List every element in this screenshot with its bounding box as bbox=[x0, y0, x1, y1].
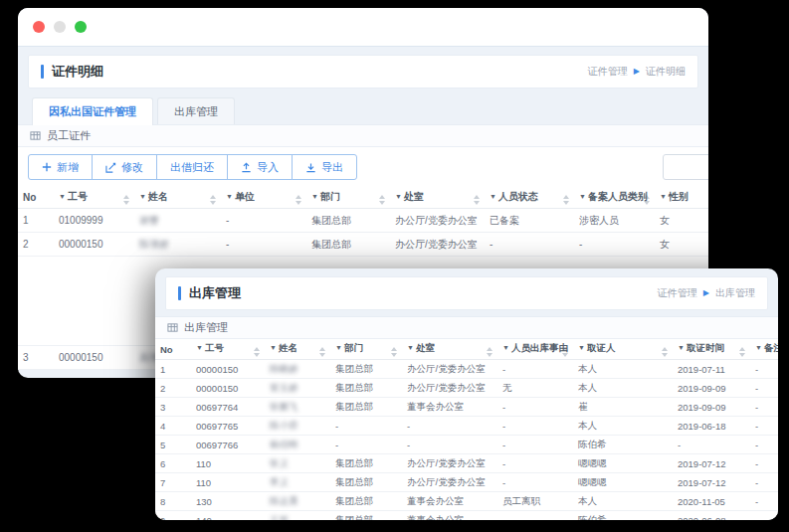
redacted-name: 陈小弈 bbox=[270, 420, 298, 431]
sort-icon[interactable] bbox=[474, 195, 480, 205]
filter-funnel-icon[interactable]: ▼ bbox=[490, 193, 496, 200]
filter-funnel-icon[interactable]: ▼ bbox=[311, 193, 318, 200]
column-header[interactable]: ▼单位 bbox=[221, 187, 306, 209]
column-header: No bbox=[155, 339, 191, 360]
filter-funnel-icon[interactable]: ▼ bbox=[578, 344, 585, 351]
column-header[interactable]: ▼性别 bbox=[655, 187, 708, 209]
filter-funnel-icon[interactable]: ▼ bbox=[502, 344, 509, 351]
table-cell: 110 bbox=[191, 454, 265, 473]
filter-select[interactable] bbox=[663, 154, 708, 180]
breadcrumb-parent[interactable]: 证件管理 bbox=[658, 286, 697, 300]
table-cell: 陈小弈 bbox=[265, 417, 330, 436]
table-row[interactable]: 100000150陈晓娇集团总部办公厅/党委办公室-本人2019-07-11-2… bbox=[155, 360, 778, 379]
section-title: 出库管理 bbox=[184, 320, 228, 335]
filter-funnel-icon[interactable]: ▼ bbox=[407, 344, 414, 351]
filter-funnel-icon[interactable]: ▼ bbox=[226, 193, 233, 200]
close-window-icon[interactable] bbox=[33, 21, 45, 33]
column-header[interactable]: ▼取证人 bbox=[573, 339, 673, 360]
table-cell: - bbox=[750, 398, 778, 417]
table-row[interactable]: 8130陈达晨集团总部董事会办公室员工离职本人2020-11-05-2020-1… bbox=[155, 492, 778, 511]
table-cell: 王琴 bbox=[265, 511, 330, 521]
table-cell: 陈伯希 bbox=[573, 436, 673, 454]
filter-funnel-icon[interactable]: ▼ bbox=[59, 193, 66, 200]
table-cell: 谢蕾 bbox=[134, 209, 221, 233]
column-header[interactable]: ▼部门 bbox=[306, 187, 390, 209]
table-cell: - bbox=[750, 473, 778, 492]
table-row[interactable]: 300697764张鹏飞集团总部董事会办公室-崔2019-09-09-2019-… bbox=[155, 398, 778, 417]
filter-funnel-icon[interactable]: ▼ bbox=[335, 344, 342, 351]
lend-return-button[interactable]: 出借归还 bbox=[156, 154, 228, 180]
column-header[interactable]: ▼部门 bbox=[330, 339, 402, 360]
table-row[interactable]: 6110张义集团总部办公厅/党委办公室-嗯嗯嗯2019-07-12-2019-0… bbox=[155, 454, 778, 473]
column-header[interactable]: ▼姓名 bbox=[265, 339, 330, 360]
table-cell: - bbox=[497, 360, 573, 379]
column-header[interactable]: ▼姓名 bbox=[134, 187, 221, 209]
filter-funnel-icon[interactable]: ▼ bbox=[755, 344, 762, 351]
edit-button[interactable]: 修改 bbox=[92, 154, 157, 180]
sort-icon[interactable] bbox=[254, 347, 260, 357]
table-cell: 3 bbox=[155, 398, 191, 417]
add-button[interactable]: 新增 bbox=[28, 154, 93, 180]
sort-icon[interactable] bbox=[662, 347, 668, 357]
sort-icon[interactable] bbox=[563, 195, 569, 205]
table-cell: - bbox=[485, 233, 574, 257]
table-cell: - bbox=[497, 417, 573, 436]
sort-icon[interactable] bbox=[739, 347, 745, 357]
filter-funnel-icon[interactable]: ▼ bbox=[579, 193, 586, 200]
table-cell: 本人 bbox=[573, 360, 673, 379]
filter-funnel-icon[interactable]: ▼ bbox=[270, 344, 277, 351]
zoom-window-icon[interactable] bbox=[75, 21, 87, 33]
breadcrumb-parent[interactable]: 证件管理 bbox=[588, 65, 628, 79]
section-header: 出库管理 bbox=[155, 317, 778, 339]
table-cell: 嗯嗯嗯 bbox=[573, 454, 673, 473]
column-header-label: 单位 bbox=[235, 191, 255, 202]
sort-icon[interactable] bbox=[210, 195, 216, 205]
table-cell: 张义 bbox=[265, 454, 330, 473]
tab-private-exit-certificates[interactable]: 因私出国证件管理 bbox=[32, 97, 153, 125]
sort-icon[interactable] bbox=[319, 347, 325, 357]
column-header[interactable]: ▼工号 bbox=[54, 187, 134, 209]
filter-funnel-icon[interactable]: ▼ bbox=[660, 193, 667, 200]
table-row[interactable]: 500697766杨伯明---陈伯希--2020-06-04 bbox=[155, 436, 778, 454]
column-header[interactable]: ▼处室 bbox=[402, 339, 497, 360]
table-row[interactable]: 7110李义集团总部办公厅/党委办公室-嗯嗯嗯2019-07-12-2019-0… bbox=[155, 473, 778, 492]
sort-icon[interactable] bbox=[391, 347, 397, 357]
redacted-name: 谢蕾 bbox=[139, 215, 159, 226]
column-header[interactable]: ▼备注 bbox=[750, 339, 778, 360]
sort-icon[interactable] bbox=[123, 195, 129, 205]
filter-funnel-icon[interactable]: ▼ bbox=[196, 344, 203, 351]
column-header[interactable]: ▼工号 bbox=[191, 339, 265, 360]
table-row[interactable]: 101009999谢蕾-集团总部办公厅/党委办公室已备案涉密人员女中共党员 bbox=[18, 209, 708, 233]
redacted-name: 张义 bbox=[270, 457, 289, 468]
breadcrumb: 证件管理 ▶ 出库管理 bbox=[658, 286, 755, 300]
column-header-label: 人员状态 bbox=[498, 191, 538, 202]
table-cell: 00697764 bbox=[191, 398, 265, 417]
table-cell: 陈伯希 bbox=[573, 511, 673, 521]
sort-icon[interactable] bbox=[296, 195, 301, 205]
column-header[interactable]: ▼人员出库事由 bbox=[497, 339, 573, 360]
table-cell: 集团总部 bbox=[330, 398, 402, 417]
column-header[interactable]: ▼人员状态 bbox=[485, 187, 574, 209]
table-header-row: No▼工号▼姓名▼单位▼部门▼处室▼人员状态▼备案人员类别▼性别▼政治面貌 bbox=[18, 187, 708, 209]
table-cell: 本人 bbox=[573, 492, 673, 511]
sort-icon[interactable] bbox=[379, 195, 385, 205]
table-row[interactable]: 400697765陈小弈---本人2019-06-18-2019-06-18 bbox=[155, 417, 778, 436]
minimize-window-icon[interactable] bbox=[54, 21, 66, 33]
table-row[interactable]: 9140王琴集团总部董事会办公室-陈伯希2020-06-08-2020-06-0… bbox=[155, 511, 778, 521]
tab-outbound-management[interactable]: 出库管理 bbox=[157, 97, 235, 124]
filter-funnel-icon[interactable]: ▼ bbox=[139, 193, 146, 200]
sort-icon[interactable] bbox=[487, 347, 493, 357]
table-cell: - bbox=[750, 379, 778, 398]
table-cell: 董事会办公室 bbox=[402, 398, 497, 417]
column-header[interactable]: ▼取证时间 bbox=[673, 339, 750, 360]
table-cell: 7 bbox=[155, 473, 191, 492]
export-button[interactable]: 导出 bbox=[292, 154, 357, 180]
column-header[interactable]: ▼处室 bbox=[390, 187, 485, 209]
filter-funnel-icon[interactable]: ▼ bbox=[678, 344, 685, 351]
table-cell: 2019-09-09 bbox=[673, 379, 750, 398]
import-button[interactable]: 导入 bbox=[227, 154, 293, 180]
table-row[interactable]: 200000150雷玉娇集团总部办公厅/党委办公室无本人2019-09-09-2… bbox=[155, 379, 778, 398]
column-header[interactable]: ▼备案人员类别 bbox=[574, 187, 655, 209]
filter-funnel-icon[interactable]: ▼ bbox=[395, 193, 402, 200]
table-row[interactable]: 200000150陈瑛娇-集团总部办公厅/党委办公室--女中共党员 bbox=[18, 233, 708, 257]
